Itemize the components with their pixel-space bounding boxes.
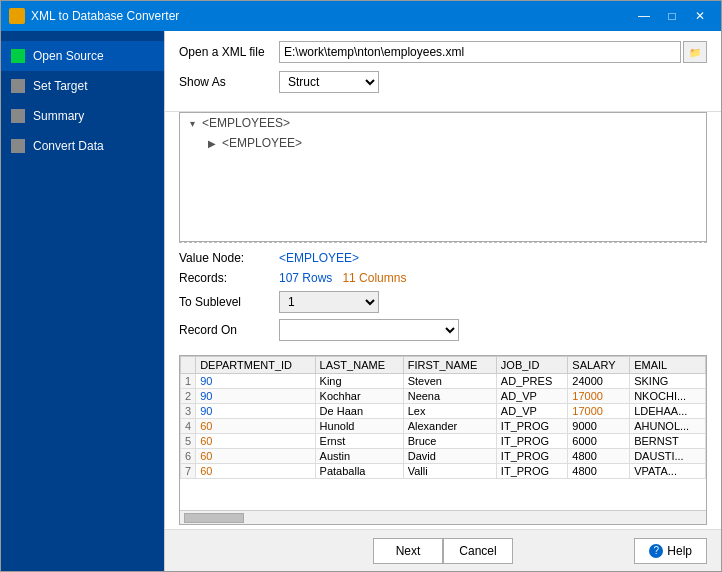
rows-value: 107 Rows: [279, 271, 332, 285]
table-header-row: DEPARTMENT_ID LAST_NAME FIRST_NAME JOB_I…: [181, 357, 706, 374]
table-row: 5 60 Ernst Bruce IT_PROG 6000 BERNST: [181, 434, 706, 449]
col-header-email: EMAIL: [630, 357, 706, 374]
row-num: 1: [181, 374, 196, 389]
col-header-dept: DEPARTMENT_ID: [196, 357, 315, 374]
cell-salary: 9000: [568, 419, 630, 434]
cell-dept: 90: [196, 374, 315, 389]
record-on-row: Record On: [179, 319, 707, 341]
window-title: XML to Database Converter: [31, 9, 631, 23]
form-area: Open a XML file 📁 Show As Struct Tree Li…: [165, 31, 721, 112]
table-row: 6 60 Austin David IT_PROG 4800 DAUSTI...: [181, 449, 706, 464]
expand-icon-employee[interactable]: ▶: [204, 135, 220, 151]
step-indicator-convert-data: [11, 139, 25, 153]
record-on-select[interactable]: [279, 319, 459, 341]
to-sublevel-label: To Sublevel: [179, 295, 279, 309]
browse-button[interactable]: 📁: [683, 41, 707, 63]
cell-last: Kochhar: [315, 389, 403, 404]
table-row: 4 60 Hunold Alexander IT_PROG 9000 AHUNO…: [181, 419, 706, 434]
sidebar: Open Source Set Target Summary Convert D…: [1, 31, 164, 571]
value-node-label: Value Node:: [179, 251, 279, 265]
open-xml-input[interactable]: [279, 41, 681, 63]
records-value: 107 Rows 11 Columns: [279, 271, 406, 285]
cell-email: AHUNOL...: [630, 419, 706, 434]
to-sublevel-row: To Sublevel 12345: [179, 291, 707, 313]
sidebar-item-open-source[interactable]: Open Source: [1, 41, 164, 71]
cell-dept: 60: [196, 434, 315, 449]
cell-salary: 6000: [568, 434, 630, 449]
browse-icon: 📁: [689, 47, 701, 58]
columns-value: 11 Columns: [342, 271, 406, 285]
scrollbar-thumb[interactable]: [184, 513, 244, 523]
maximize-button[interactable]: □: [659, 6, 685, 26]
close-button[interactable]: ✕: [687, 6, 713, 26]
cell-last: King: [315, 374, 403, 389]
cell-email: SKING: [630, 374, 706, 389]
tree-node-employee[interactable]: ▶ <EMPLOYEE>: [180, 133, 706, 153]
step-indicator-set-target: [11, 79, 25, 93]
cell-first: Steven: [403, 374, 496, 389]
table-scroll-area[interactable]: DEPARTMENT_ID LAST_NAME FIRST_NAME JOB_I…: [180, 356, 706, 510]
cell-job: IT_PROG: [496, 434, 567, 449]
sidebar-label-set-target: Set Target: [33, 79, 87, 93]
table-row: 1 90 King Steven AD_PRES 24000 SKING: [181, 374, 706, 389]
value-node-row: Value Node: <EMPLOYEE>: [179, 251, 707, 265]
app-icon: [9, 8, 25, 24]
bottom-bar-inner: Next Cancel ? Help: [165, 538, 721, 564]
tree-node-employees[interactable]: ▾ <EMPLOYEES>: [180, 113, 706, 133]
show-as-label: Show As: [179, 75, 279, 89]
col-header-last: LAST_NAME: [315, 357, 403, 374]
main-window: XML to Database Converter — □ ✕ Open Sou…: [0, 0, 722, 572]
table-row: 3 90 De Haan Lex AD_VP 17000 LDEHAA...: [181, 404, 706, 419]
xml-tree[interactable]: ▾ <EMPLOYEES> ▶ <EMPLOYEE>: [179, 112, 707, 242]
help-button[interactable]: ? Help: [634, 538, 707, 564]
cell-first: David: [403, 449, 496, 464]
cell-last: Ernst: [315, 434, 403, 449]
show-as-select[interactable]: Struct Tree List: [279, 71, 379, 93]
cell-email: LDEHAA...: [630, 404, 706, 419]
sidebar-label-open-source: Open Source: [33, 49, 104, 63]
sidebar-item-summary[interactable]: Summary: [1, 101, 164, 131]
window-controls: — □ ✕: [631, 6, 713, 26]
step-indicator-open-source: [11, 49, 25, 63]
cell-dept: 90: [196, 389, 315, 404]
cell-job: IT_PROG: [496, 419, 567, 434]
content-area: Open Source Set Target Summary Convert D…: [1, 31, 721, 571]
cell-first: Lex: [403, 404, 496, 419]
row-num: 7: [181, 464, 196, 479]
cell-job: AD_VP: [496, 389, 567, 404]
horizontal-scrollbar[interactable]: [180, 510, 706, 524]
tree-node-employees-text: <EMPLOYEES>: [202, 116, 290, 130]
cell-job: AD_VP: [496, 404, 567, 419]
value-node-value: <EMPLOYEE>: [279, 251, 359, 265]
cell-last: Austin: [315, 449, 403, 464]
col-header-num: [181, 357, 196, 374]
cell-last: De Haan: [315, 404, 403, 419]
to-sublevel-select[interactable]: 12345: [279, 291, 379, 313]
show-as-row: Show As Struct Tree List: [179, 71, 707, 93]
next-button[interactable]: Next: [373, 538, 443, 564]
col-header-salary: SALARY: [568, 357, 630, 374]
cancel-button[interactable]: Cancel: [443, 538, 513, 564]
table-row: 2 90 Kochhar Neena AD_VP 17000 NKOCHI...: [181, 389, 706, 404]
cell-email: NKOCHI...: [630, 389, 706, 404]
cell-job: IT_PROG: [496, 464, 567, 479]
table-row: 7 60 Pataballa Valli IT_PROG 4800 VPATA.…: [181, 464, 706, 479]
bottom-bar: Next Cancel ? Help: [165, 529, 721, 571]
cell-salary: 4800: [568, 449, 630, 464]
sidebar-label-convert-data: Convert Data: [33, 139, 104, 153]
sidebar-item-convert-data[interactable]: Convert Data: [1, 131, 164, 161]
help-btn-area[interactable]: ? Help: [634, 538, 707, 564]
cell-dept: 90: [196, 404, 315, 419]
minimize-button[interactable]: —: [631, 6, 657, 26]
step-indicator-summary: [11, 109, 25, 123]
records-row: Records: 107 Rows 11 Columns: [179, 271, 707, 285]
sidebar-item-set-target[interactable]: Set Target: [1, 71, 164, 101]
cell-first: Bruce: [403, 434, 496, 449]
row-num: 6: [181, 449, 196, 464]
cell-dept: 60: [196, 464, 315, 479]
expand-icon-employees[interactable]: ▾: [184, 115, 200, 131]
cell-first: Neena: [403, 389, 496, 404]
col-header-first: FIRST_NAME: [403, 357, 496, 374]
help-label: Help: [667, 544, 692, 558]
title-bar: XML to Database Converter — □ ✕: [1, 1, 721, 31]
